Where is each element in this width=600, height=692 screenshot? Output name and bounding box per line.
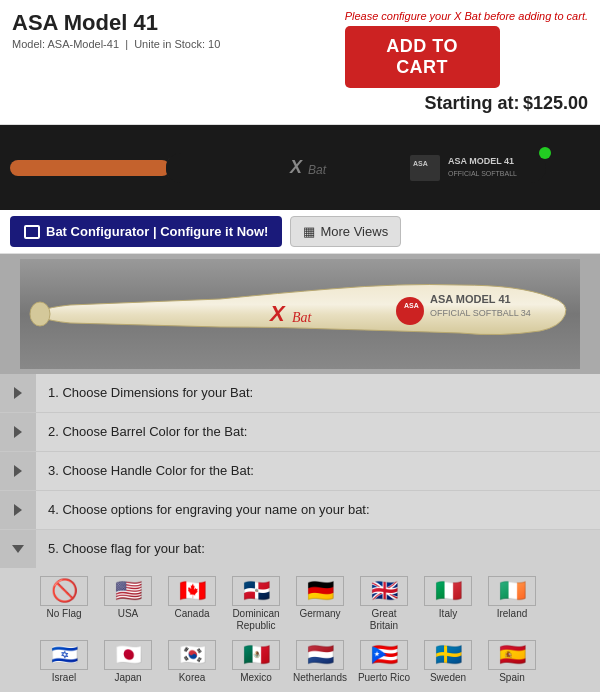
- flag-emoji-usa: 🇺🇸: [104, 576, 152, 606]
- flag-emoji-japan: 🇯🇵: [104, 640, 152, 670]
- option-row-5[interactable]: 5. Choose flag for your bat:🚫No Flag🇺🇸US…: [0, 530, 600, 692]
- svg-rect-0: [10, 160, 170, 176]
- option-header-3[interactable]: 3. Choose Handle Color for the Bat:: [0, 452, 600, 490]
- flag-emoji-mexico: 🇲🇽: [232, 640, 280, 670]
- option-row-4[interactable]: 4. Choose options for engraving your nam…: [0, 491, 600, 530]
- flag-item-usa[interactable]: 🇺🇸USA: [100, 576, 156, 632]
- flag-label-sweden: Sweden: [430, 672, 466, 684]
- option-label-2: 2. Choose Barrel Color for the Bat:: [36, 424, 259, 441]
- option-arrow-5[interactable]: [0, 530, 36, 568]
- flag-label-spain: Spain: [499, 672, 525, 684]
- option-header-1[interactable]: 1. Choose Dimensions for your Bat:: [0, 374, 600, 412]
- flag-emoji-dominican-republic: 🇩🇴: [232, 576, 280, 606]
- option-row-2[interactable]: 2. Choose Barrel Color for the Bat:: [0, 413, 600, 452]
- svg-point-9: [539, 147, 551, 159]
- flag-label-germany: Germany: [299, 608, 340, 620]
- starting-at: Starting at: $125.00: [345, 93, 588, 114]
- flag-item-korea[interactable]: 🇰🇷Korea: [164, 640, 220, 684]
- image-icon: ▦: [303, 224, 315, 239]
- svg-text:X: X: [268, 301, 286, 326]
- flag-label-puerto-rico: Puerto Rico: [358, 672, 410, 684]
- flag-item-great-britain[interactable]: 🇬🇧Great Britain: [356, 576, 412, 632]
- svg-text:OFFICIAL SOFTBALL 34: OFFICIAL SOFTBALL 34: [430, 308, 531, 318]
- flag-item-israel[interactable]: 🇮🇱Israel: [36, 640, 92, 684]
- flag-emoji-spain: 🇪🇸: [488, 640, 536, 670]
- arrow-down-icon: [12, 545, 24, 553]
- arrow-right-icon: [14, 426, 22, 438]
- units-label: Unite in Stock:: [134, 38, 205, 50]
- option-arrow-4[interactable]: [0, 491, 36, 529]
- bat-hero-banner: X Bat ASA ASA MODEL 41 OFFICIAL SOFTBALL: [0, 125, 600, 210]
- flag-item-germany[interactable]: 🇩🇪Germany: [292, 576, 348, 632]
- svg-rect-5: [410, 155, 440, 181]
- flag-item-canada[interactable]: 🇨🇦Canada: [164, 576, 220, 632]
- flag-item-ireland[interactable]: 🇮🇪Ireland: [484, 576, 540, 632]
- flag-item-dominican-republic[interactable]: 🇩🇴Dominican Republic: [228, 576, 284, 632]
- flag-item-sweden[interactable]: 🇸🇪Sweden: [420, 640, 476, 684]
- top-right: Please configure your X Bat before addin…: [345, 10, 588, 114]
- option-arrow-3[interactable]: [0, 452, 36, 490]
- configurator-bar: Bat Configurator | Configure it Now! ▦ M…: [0, 210, 600, 254]
- more-views-button[interactable]: ▦ More Views: [290, 216, 401, 247]
- svg-text:Bat: Bat: [292, 310, 313, 325]
- flag-emoji-germany: 🇩🇪: [296, 576, 344, 606]
- model-value: ASA-Model-41: [47, 38, 119, 50]
- svg-text:ASA: ASA: [413, 160, 428, 167]
- option-row-1[interactable]: 1. Choose Dimensions for your Bat:: [0, 374, 600, 413]
- product-price: $125.00: [523, 93, 588, 113]
- flag-item-japan[interactable]: 🇯🇵Japan: [100, 640, 156, 684]
- flag-item-italy[interactable]: 🇮🇹Italy: [420, 576, 476, 632]
- product-title: ASA Model 41: [12, 10, 220, 36]
- flag-emoji-ireland: 🇮🇪: [488, 576, 536, 606]
- arrow-right-icon: [14, 465, 22, 477]
- flag-label-japan: Japan: [114, 672, 141, 684]
- flag-label-mexico: Mexico: [240, 672, 272, 684]
- flag-label-italy: Italy: [439, 608, 457, 620]
- option-label-3: 3. Choose Handle Color for the Bat:: [36, 463, 266, 480]
- flag-label-great-britain: Great Britain: [356, 608, 412, 632]
- flag-item-netherlands[interactable]: 🇳🇱Netherlands: [292, 640, 348, 684]
- svg-text:X: X: [289, 157, 303, 177]
- top-bar: ASA Model 41 Model: ASA-Model-41 | Unite…: [0, 0, 600, 125]
- configurator-icon: [24, 225, 40, 239]
- product-meta: Model: ASA-Model-41 | Unite in Stock: 10: [12, 38, 220, 50]
- add-to-cart-top-button[interactable]: ADD TO CART: [345, 26, 500, 88]
- option-label-4: 4. Choose options for engraving your nam…: [36, 502, 382, 519]
- option-header-5[interactable]: 5. Choose flag for your bat:: [0, 530, 600, 568]
- bat-configurator-button[interactable]: Bat Configurator | Configure it Now!: [10, 216, 282, 247]
- flag-emoji-netherlands: 🇳🇱: [296, 640, 344, 670]
- configure-warning: Please configure your X Bat before addin…: [345, 10, 588, 22]
- units-value: 10: [208, 38, 220, 50]
- option-row-3[interactable]: 3. Choose Handle Color for the Bat:: [0, 452, 600, 491]
- svg-text:ASA: ASA: [404, 302, 419, 309]
- flag-item-mexico[interactable]: 🇲🇽Mexico: [228, 640, 284, 684]
- flag-emoji-great-britain: 🇬🇧: [360, 576, 408, 606]
- flag-label-korea: Korea: [179, 672, 206, 684]
- flag-item-puerto-rico[interactable]: 🇵🇷Puerto Rico: [356, 640, 412, 684]
- flag-label-canada: Canada: [174, 608, 209, 620]
- arrow-right-icon: [14, 504, 22, 516]
- option-arrow-2[interactable]: [0, 413, 36, 451]
- flag-item-no-flag[interactable]: 🚫No Flag: [36, 576, 92, 632]
- svg-text:ASA MODEL 41: ASA MODEL 41: [430, 293, 511, 305]
- option-arrow-1[interactable]: [0, 374, 36, 412]
- flag-emoji-puerto-rico: 🇵🇷: [360, 640, 408, 670]
- flag-item-spain[interactable]: 🇪🇸Spain: [484, 640, 540, 684]
- flag-emoji-canada: 🇨🇦: [168, 576, 216, 606]
- product-title-area: ASA Model 41 Model: ASA-Model-41 | Unite…: [12, 10, 220, 50]
- flag-emoji-korea: 🇰🇷: [168, 640, 216, 670]
- svg-text:OFFICIAL SOFTBALL: OFFICIAL SOFTBALL: [448, 170, 517, 177]
- svg-point-11: [30, 302, 50, 326]
- option-header-4[interactable]: 4. Choose options for engraving your nam…: [0, 491, 600, 529]
- flag-emoji-italy: 🇮🇹: [424, 576, 472, 606]
- option-header-2[interactable]: 2. Choose Barrel Color for the Bat:: [0, 413, 600, 451]
- options-section: 1. Choose Dimensions for your Bat:2. Cho…: [0, 374, 600, 692]
- model-label: Model:: [12, 38, 45, 50]
- option-label-5: 5. Choose flag for your bat:: [36, 541, 217, 558]
- flag-label-netherlands: Netherlands: [293, 672, 347, 684]
- flag-label-usa: USA: [118, 608, 139, 620]
- flag-label-israel: Israel: [52, 672, 76, 684]
- flags-container: 🚫No Flag🇺🇸USA🇨🇦Canada🇩🇴Dominican Republi…: [0, 568, 600, 692]
- svg-text:ASA MODEL 41: ASA MODEL 41: [448, 156, 514, 166]
- configurator-label: Bat Configurator | Configure it Now!: [46, 224, 268, 239]
